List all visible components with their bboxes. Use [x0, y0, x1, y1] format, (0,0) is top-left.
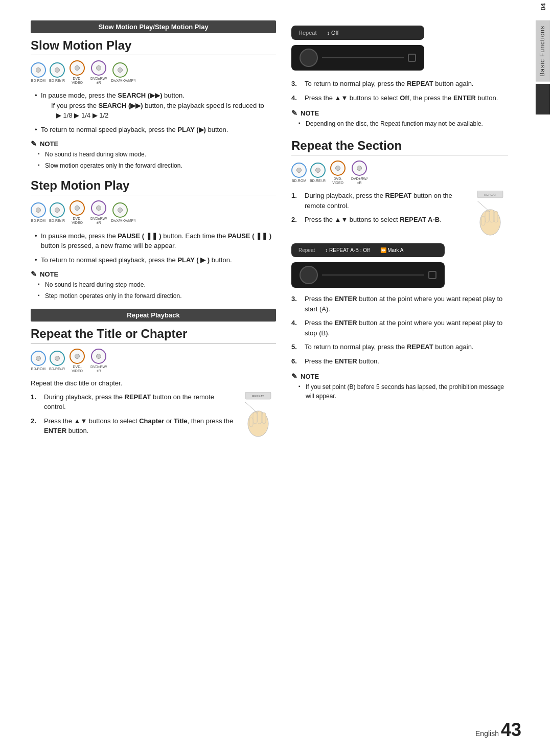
disc-label-dvdvideo: DVD-VIDEO [68, 77, 86, 84]
screen-label-repeat-ab: Repeat [298, 247, 315, 253]
rs-step-num-5: 5. [291, 342, 301, 352]
bullet-search: In pause mode, press the SEARCH (▶▶) but… [36, 90, 276, 121]
right-step-4: 4. Press the ▲▼ buttons to select Off, t… [291, 93, 508, 103]
screen-label-repeat: Repeat [298, 30, 316, 36]
repeat-section-section: Repeat the Section BD-ROM BD-RE/-R DVD-V… [291, 139, 508, 401]
disc-label-other: DivX/MKV/MP4 [111, 79, 129, 83]
rs-disc-circle-bdrer [310, 163, 326, 178]
rs-disc-circle-bdrom [291, 163, 307, 178]
step-disc-bdrer: BD-RE/-R [49, 202, 65, 223]
rs-step-content-3: Press the ENTER button at the point wher… [305, 294, 508, 314]
screen-value-repeat-ab: ↕ REPEAT A-B : Off [325, 247, 370, 253]
step-disc-other: DivX/MKV/MP4 [111, 202, 129, 223]
rs-step-1: 1. During playback, press the REPEAT but… [291, 191, 467, 211]
rs-disc-dvdrw: DVD±RW/±R [350, 161, 369, 185]
rep-disc-dvdvideo: DVD-VIDEO [68, 349, 86, 373]
rs-disc-label-bdrer: BD-RE/-R [310, 179, 326, 183]
slow-motion-title: Slow Motion Play [31, 38, 276, 55]
step-motion-section: Step Motion Play BD-ROM BD-RE/-R DVD-VID… [31, 178, 276, 301]
repeat-steps: 1. During playback, press the REPEAT but… [31, 392, 235, 436]
svg-rect-4 [258, 411, 262, 424]
disc-icon-bdrer: BD-RE/-R [49, 62, 65, 83]
svg-rect-3 [253, 413, 257, 424]
remote-hand-illustration-2: REPEAT [472, 191, 508, 238]
step-motion-title: Step Motion Play [31, 178, 276, 195]
step-content-1: During playback, press the REPEAT button… [44, 392, 235, 412]
svg-rect-5 [262, 413, 266, 424]
step-motion-note-title: ✎ NOTE [31, 270, 276, 278]
rs-step-content-5: To return to normal play, press the REPE… [305, 342, 508, 352]
chapter-title: Basic Functions [536, 20, 550, 82]
repeat-section-note: ✎ NOTE If you set point (B) before 5 sec… [291, 372, 508, 401]
rs-step-4: 4. Press the ENTER button at the point w… [291, 318, 508, 338]
step-motion-note-label: NOTE [40, 270, 58, 278]
player-bar-1 [322, 57, 404, 58]
rep-disc-circle-bdrom [31, 351, 46, 366]
rs-step-5: 5. To return to normal play, press the R… [291, 342, 508, 352]
step-disc-label-bdrom: BD-ROM [31, 219, 45, 223]
remote-hand-illustration-1: REPEAT [240, 392, 276, 440]
right-note-1-list: Depending on the disc, the Repeat functi… [291, 119, 508, 128]
rep-disc-dvdrw: DVD±RW/±R [89, 349, 108, 373]
left-column: Slow Motion Play/Step Motion Play Slow M… [31, 20, 276, 736]
right-step-content-4: Press the ▲▼ buttons to select Off, the … [305, 93, 508, 103]
step-disc-circle-bdrer [50, 202, 65, 218]
screen-display-1: Repeat ↕ Off [291, 26, 424, 40]
rep-disc-circle-bdrer [50, 351, 65, 366]
search-sub-text: If you press the SEARCH (▶▶) button, the… [41, 102, 264, 109]
rs-disc-label-dvdvideo: DVD-VIDEO [329, 177, 347, 185]
footer-english-label: English [475, 729, 499, 738]
rep-disc-bdrer: BD-RE/-R [49, 351, 65, 371]
screen-display-2: Repeat ↕ REPEAT A-B : Off ⏩ Mark A [291, 243, 445, 257]
step-disc-circle-bdrom [31, 202, 46, 218]
svg-line-15 [477, 201, 490, 212]
rs-disc-circle-dvdrw [352, 161, 367, 176]
step-disc-bdrom: BD-ROM [31, 202, 46, 223]
repeat-intro: Repeat the disc title or chapter. [31, 379, 276, 387]
step-disc-label-dvdrw: DVD±RW/±R [89, 217, 108, 224]
main-content: Slow Motion Play/Step Motion Play Slow M… [0, 0, 534, 756]
rs-disc-bdrom: BD-ROM [291, 163, 307, 183]
step-disc-circle-dvdvideo [70, 200, 85, 216]
rs-step-3: 3. Press the ENTER button at the point w… [291, 294, 508, 314]
svg-rect-13 [494, 211, 498, 222]
svg-text:REPEAT: REPEAT [484, 193, 496, 196]
slow-motion-note: ✎ NOTE No sound is heard during slow mod… [31, 140, 276, 170]
step-note-item-1: No sound is heard during step mode. [38, 280, 276, 289]
disc-label-bdrer: BD-RE/-R [49, 79, 65, 83]
repeat-disc-icons: BD-ROM BD-RE/-R DVD-VIDEO DVD±RW/±R [31, 349, 276, 373]
slow-motion-section: Slow Motion Play BD-ROM BD-RE/-R DVD-VID… [31, 38, 276, 170]
step-disc-label-dvdvideo: DVD-VIDEO [68, 217, 86, 224]
step-motion-note-list: No sound is heard during step mode. Step… [31, 280, 276, 301]
screen-value-mark-a: ⏩ Mark A [380, 247, 404, 253]
rs-step-content-4: Press the ENTER button at the point wher… [305, 318, 508, 338]
disc-circle-other [112, 62, 128, 78]
step-note-pencil-icon: ✎ [31, 270, 37, 278]
slow-motion-note-label: NOTE [40, 140, 58, 148]
right-column: Repeat ↕ Off 3. To return to normal play… [291, 20, 508, 736]
side-tab-accent [536, 84, 550, 114]
rep-disc-label-bdrer: BD-RE/-R [49, 367, 65, 371]
repeat-section-disc-icons: BD-ROM BD-RE/-R DVD-VIDEO DVD±RW/±R [291, 161, 508, 185]
disc-image-1 [300, 49, 318, 67]
rs-disc-label-dvdrw: DVD±RW/±R [350, 177, 369, 185]
page-number: 43 [501, 719, 521, 741]
rs-disc-bdrer: BD-RE/-R [310, 163, 326, 183]
repeat-title-chapter-heading: Repeat the Title or Chapter [31, 327, 276, 343]
right-step-3: 3. To return to normal play, press the R… [291, 79, 508, 89]
rep-disc-circle-dvdrw [91, 349, 106, 364]
rep-disc-label-dvdvideo: DVD-VIDEO [68, 365, 86, 373]
step-content-2: Press the ▲▼ buttons to select Chapter o… [44, 416, 235, 436]
disc-icon-dvdrw: DVD±RW/±R [89, 60, 108, 84]
repeat-section-steps-3-6: 3. Press the ENTER button at the point w… [291, 294, 508, 366]
player-controls-1 [408, 54, 416, 62]
repeat-section-steps-1-2: 1. During playback, press the REPEAT but… [291, 191, 467, 225]
repeat-section-note-list: If you set point (B) before 5 seconds ha… [291, 382, 508, 401]
rep-disc-label-dvdrw: DVD±RW/±R [89, 365, 108, 373]
rs-disc-dvdvideo: DVD-VIDEO [329, 161, 347, 185]
repeat-section-title: Repeat the Section [291, 139, 508, 155]
remote-hand-svg-1: REPEAT [240, 392, 276, 438]
disc-circle-dvdrw [91, 60, 106, 76]
repeat-step-2: 2. Press the ▲▼ buttons to select Chapte… [31, 416, 235, 436]
svg-text:REPEAT: REPEAT [252, 395, 264, 398]
